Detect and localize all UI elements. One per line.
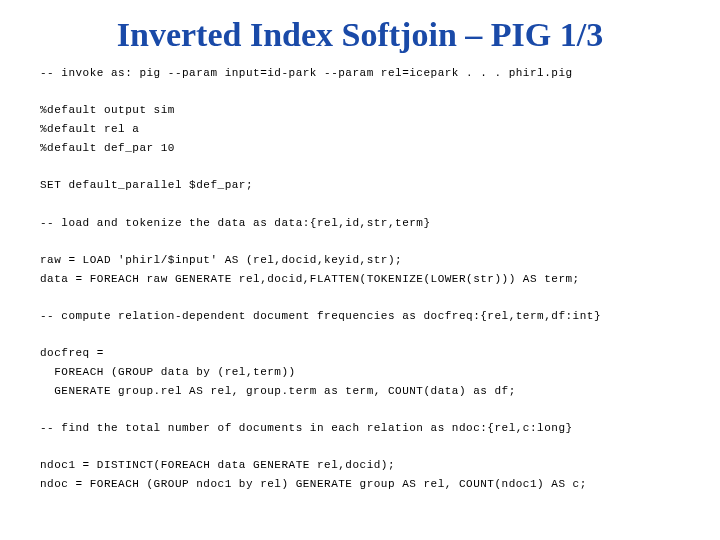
- code-line: %default rel a: [40, 123, 139, 135]
- code-line: docfreq =: [40, 347, 104, 359]
- slide-title: Inverted Index Softjoin – PIG 1/3: [40, 16, 680, 54]
- code-line: -- compute relation-dependent document f…: [40, 310, 601, 322]
- code-line: -- find the total number of documents in…: [40, 422, 573, 434]
- code-line: -- invoke as: pig --param input=id-park …: [40, 67, 573, 79]
- code-line: data = FOREACH raw GENERATE rel,docid,FL…: [40, 273, 580, 285]
- slide-container: Inverted Index Softjoin – PIG 1/3 -- inv…: [0, 0, 720, 510]
- code-line: -- load and tokenize the data as data:{r…: [40, 217, 431, 229]
- code-block: -- invoke as: pig --param input=id-park …: [40, 64, 680, 494]
- code-line: raw = LOAD 'phirl/$input' AS (rel,docid,…: [40, 254, 402, 266]
- code-line: %default output sim: [40, 104, 175, 116]
- code-line: FOREACH (GROUP data by (rel,term)): [40, 366, 296, 378]
- code-line: %default def_par 10: [40, 142, 175, 154]
- code-line: ndoc = FOREACH (GROUP ndoc1 by rel) GENE…: [40, 478, 587, 490]
- code-line: GENERATE group.rel AS rel, group.term as…: [40, 385, 516, 397]
- code-line: ndoc1 = DISTINCT(FOREACH data GENERATE r…: [40, 459, 395, 471]
- code-line: SET default_parallel $def_par;: [40, 179, 253, 191]
